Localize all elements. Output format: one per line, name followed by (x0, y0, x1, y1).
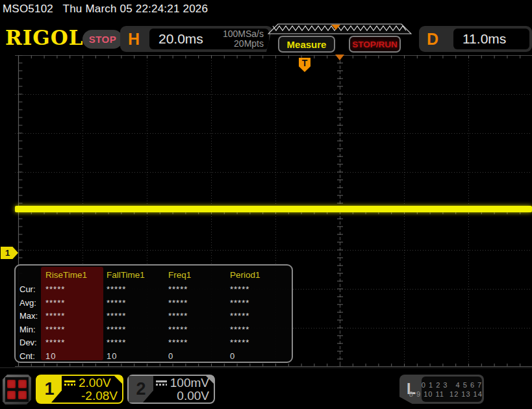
cell-value: ***** (45, 310, 87, 323)
digital-channel-list: 0 1 2 3 4 5 6 7 8 9 10 11 12 13 14 15 (422, 377, 482, 402)
row-label: Cnt: (19, 350, 38, 364)
cell-value: 10 (45, 350, 87, 364)
channel2-badge[interactable]: 2 100mV 0.00V (127, 375, 215, 404)
horizontal-panel[interactable]: H 20.0ms 100MSa/s 20Mpts (120, 26, 273, 52)
cell-value: ***** (107, 310, 145, 323)
title-bar: MSO5102 Thu March 05 22:24:21 2026 (3, 3, 208, 16)
measurement-row-labels: Cur: Avg: Max: Min: Dev: Cnt: (19, 266, 38, 362)
stop-run-button[interactable]: STOP/RUN (349, 36, 401, 53)
timebase-value: 20.0ms (158, 31, 203, 47)
logic-analyzer-badge[interactable]: L 0 1 2 3 4 5 6 7 8 9 10 11 12 13 14 15 (399, 375, 484, 404)
horizontal-label: H (128, 30, 140, 49)
measurement-column-period[interactable]: Period1 ***** ***** ***** ***** ***** 0 (230, 266, 260, 362)
dc-coupling-icon (156, 380, 167, 386)
cell-value: ***** (45, 336, 87, 350)
column-header: Period1 (230, 266, 260, 283)
trigger-position-icon[interactable] (335, 55, 344, 60)
acquisition-info: 100MSa/s 20Mpts (223, 29, 264, 49)
cell-value: ***** (107, 323, 145, 337)
cell-value: ***** (230, 283, 260, 297)
digital-channels-row1: 0 1 2 3 4 5 6 7 (422, 380, 482, 390)
delay-inner: 11.0ms (453, 29, 529, 49)
run-state-badge: STOP (82, 30, 123, 49)
cell-value: ***** (230, 297, 260, 310)
model-label: MSO5102 (3, 3, 53, 15)
oscilloscope-screen: MSO5102 Thu March 05 22:24:21 2026 RIGOL… (0, 0, 532, 409)
channel1-scale: 2.00V (79, 377, 111, 390)
cell-value: 0 (168, 350, 191, 364)
cell-value: 10 (107, 350, 145, 364)
channel2-number: 2 (129, 376, 153, 403)
cell-value: ***** (230, 310, 260, 323)
row-label: Cur: (19, 283, 38, 297)
cell-value: ***** (45, 283, 87, 297)
cell-value: ***** (168, 297, 191, 310)
delay-label: D (427, 30, 438, 49)
cell-value: ***** (230, 323, 260, 337)
dc-coupling-icon (64, 380, 75, 386)
cell-value: ***** (230, 336, 260, 350)
cell-value: ***** (45, 297, 87, 310)
cell-value: ***** (107, 336, 145, 350)
channel1-values: 2.00V -2.08V (64, 377, 118, 403)
channel1-trace[interactable] (15, 206, 532, 212)
delay-value: 11.0ms (462, 31, 506, 47)
cell-value: ***** (107, 283, 145, 297)
channel1-badge[interactable]: 1 2.00V -2.08V (36, 375, 123, 404)
row-label: Min: (19, 323, 38, 337)
bottom-divider (0, 367, 532, 368)
channel1-offset: -2.08V (64, 390, 118, 403)
memory-overview-bar[interactable] (268, 23, 412, 34)
horizontal-inner: 20.0ms 100MSa/s 20Mpts (149, 29, 269, 49)
cell-value: ***** (45, 323, 87, 337)
menu-grid-icon (5, 377, 29, 402)
cell-value: ***** (168, 283, 191, 297)
channel2-offset: 0.00V (156, 390, 209, 403)
digital-channels-row2: 8 9 10 11 12 13 14 15 (409, 390, 494, 399)
cell-value: 0 (230, 350, 260, 364)
measurement-column-risetime[interactable]: RiseTime1 ***** ***** ***** ***** ***** … (45, 266, 87, 362)
measurement-table: Cur: Avg: Max: Min: Dev: Cnt: RiseTime1 … (14, 264, 293, 363)
cell-value: ***** (168, 336, 191, 350)
column-header: RiseTime1 (45, 266, 87, 283)
row-label: Max: (19, 310, 38, 323)
measure-button[interactable]: Measure (278, 36, 335, 53)
channel2-values: 100mV 0.00V (156, 377, 209, 403)
sample-rate: 100MSa/s (223, 29, 264, 39)
memory-depth: 20Mpts (223, 39, 264, 49)
measurement-column-falltime[interactable]: FallTime1 ***** ***** ***** ***** ***** … (107, 266, 145, 362)
column-header: FallTime1 (107, 266, 145, 283)
rigol-logo: RIGOL (5, 26, 84, 49)
row-label: Avg: (19, 297, 38, 310)
cell-value: ***** (168, 323, 191, 337)
channel2-scale: 100mV (170, 377, 209, 390)
row-label: Dev: (19, 336, 38, 350)
channel1-number: 1 (37, 376, 62, 403)
menu-grid-button[interactable] (3, 375, 31, 404)
delay-panel[interactable]: D 11.0ms (419, 26, 532, 52)
measurement-column-freq[interactable]: Freq1 ***** ***** ***** ***** ***** 0 (168, 266, 191, 362)
datetime-label: Thu March 05 22:24:21 2026 (63, 3, 209, 15)
cell-value: ***** (168, 310, 191, 323)
cell-value: ***** (107, 297, 145, 310)
column-header: Freq1 (168, 266, 191, 283)
